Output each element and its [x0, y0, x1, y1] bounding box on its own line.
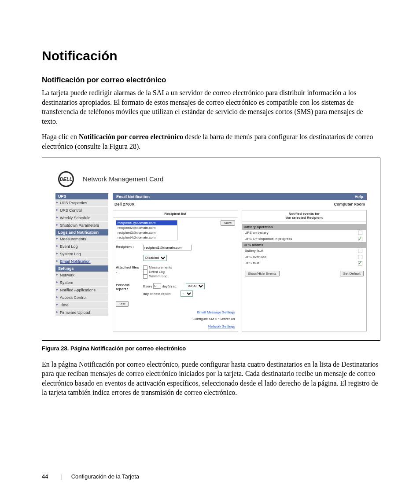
recipient-label: Recipient : — [116, 245, 140, 250]
network-settings-link[interactable]: Network Settings — [116, 324, 235, 328]
content-titlebar: Email Notification Help — [113, 193, 367, 200]
periodic-label: Periodic report : — [116, 283, 140, 297]
showhide-button[interactable]: Show/Hide Events — [245, 271, 280, 276]
footer-section: Configuración de la Tarjeta — [71, 473, 139, 480]
events-title-1: Notified events for — [243, 212, 365, 216]
recipient-2[interactable]: recipient2@domain.com — [116, 225, 177, 230]
events-panel: Notified events for the selected Recipie… — [242, 210, 367, 331]
nav-section-ups: UPS — [55, 193, 108, 199]
setdefault-button[interactable]: Set Default — [340, 271, 364, 276]
events-title-2: the selected Recipient — [243, 216, 365, 220]
p2-a: Haga clic en — [42, 133, 79, 140]
page-number: 44 — [42, 473, 59, 480]
nav-section-logs: Logs and Notification — [55, 229, 108, 235]
p2-bold: Notificación por correo electrónico — [79, 133, 183, 140]
chk-ups-battery[interactable] — [358, 231, 362, 235]
heading-notificacion: Notificación — [42, 48, 380, 63]
figure-caption: Figura 28. Página Notificación por corre… — [42, 345, 380, 352]
chk-measurements-label: Measurements — [149, 265, 172, 269]
location-name: Computer Room — [334, 202, 365, 206]
page-footer: 44 | Configuración de la Tarjeta — [42, 473, 139, 480]
save-button[interactable]: Save — [221, 220, 235, 226]
nextreport-select[interactable]: - — [181, 291, 193, 297]
nav-weekly-schedule[interactable]: Weekly Schedule — [55, 214, 108, 222]
chk-systemlog[interactable] — [143, 274, 147, 279]
group-battery: Battery operation — [242, 224, 367, 230]
paragraph-2: Haga clic en Notificación por correo ele… — [42, 132, 380, 151]
email-settings-link[interactable]: Email Message Settings — [116, 310, 235, 314]
every-label: Every — [143, 284, 152, 288]
test-button[interactable]: Test — [116, 301, 129, 307]
ev-off-seq: UPS Off sequence in progress — [245, 237, 292, 241]
events-panel-title: Notified events for the selected Recipie… — [242, 210, 367, 221]
chk-systemlog-label: System Log — [149, 274, 167, 278]
nav-firmware-upload[interactable]: Firmware Upload — [55, 309, 108, 316]
nav-event-log[interactable]: Event Log — [55, 243, 108, 250]
recipient-panel: Recipient list recipient1@domain.com rec… — [113, 210, 238, 331]
chk-off-seq[interactable] — [358, 237, 362, 241]
days-label: day(s) at: — [162, 284, 177, 288]
chk-batt-fault[interactable] — [358, 249, 362, 253]
paragraph-3: En la página Notificación por correo ele… — [42, 360, 380, 397]
nav-system-log[interactable]: System Log — [55, 250, 108, 258]
sidebar-nav: UPS UPS Properties UPS Control Weekly Sc… — [55, 193, 108, 331]
status-select[interactable]: Disabled — [143, 255, 167, 261]
ev-overload: UPS overload — [245, 255, 266, 259]
recipient-3[interactable]: recipient3@domain.com — [116, 230, 177, 235]
recipient-input[interactable] — [143, 245, 192, 250]
nav-system[interactable]: System — [55, 279, 108, 287]
nav-time[interactable]: Time — [55, 302, 108, 309]
chk-ups-fault[interactable] — [358, 261, 362, 265]
group-alarms: UPS alarms — [242, 242, 367, 248]
attached-label: Attached files : — [116, 265, 140, 279]
device-name: Dell 2700R — [114, 202, 135, 206]
card-title: Network Management Card — [83, 175, 163, 183]
ev-ups-battery: UPS on battery — [245, 231, 269, 235]
chk-eventlog-label: Event Log — [149, 270, 165, 274]
nav-notified-apps[interactable]: Notified Applications — [55, 287, 108, 294]
nav-section-settings: Settings — [55, 265, 108, 272]
time-select[interactable]: 00:00 — [186, 283, 205, 289]
nav-measurements[interactable]: Measurements — [55, 235, 108, 243]
titlebar-label: Email Notification — [116, 195, 150, 199]
heading-email-notif: Notificación por correo electrónico — [42, 76, 380, 85]
nav-network[interactable]: Network — [55, 272, 108, 279]
figure-28: DELL Network Management Card UPS UPS Pro… — [42, 158, 380, 341]
nav-shutdown-params[interactable]: Shutdown Parameters — [55, 222, 108, 229]
dell-logo-icon: DELL — [58, 171, 74, 187]
nav-access-control[interactable]: Access Control — [55, 294, 108, 302]
ev-ups-fault: UPS fault — [245, 261, 260, 265]
chk-overload[interactable] — [358, 255, 362, 259]
ev-batt-fault: Battery fault — [245, 249, 264, 253]
every-input[interactable] — [153, 283, 161, 289]
nav-ups-control[interactable]: UPS Control — [55, 207, 108, 214]
recipient-listbox[interactable]: recipient1@domain.com recipient2@domain.… — [116, 220, 177, 240]
recipient-panel-title: Recipient list — [113, 210, 238, 217]
nav-email-notification[interactable]: Email Notification — [55, 258, 108, 265]
cfg-smtp-text: Configure SMTP Server on — [116, 317, 235, 321]
recipient-1[interactable]: recipient1@domain.com — [116, 221, 177, 225]
chk-measurements[interactable] — [143, 265, 147, 270]
nav-email-link[interactable]: Email Notification — [60, 259, 91, 264]
help-link[interactable]: Help — [354, 195, 363, 199]
paragraph-1: La tarjeta puede redirigir alarmas de la… — [42, 88, 380, 126]
recipient-4[interactable]: recipient4@domain.com — [116, 235, 177, 240]
chk-eventlog[interactable] — [143, 270, 147, 274]
nextreport-label: day of next report: — [143, 291, 171, 295]
nav-ups-properties[interactable]: UPS Properties — [55, 199, 108, 207]
